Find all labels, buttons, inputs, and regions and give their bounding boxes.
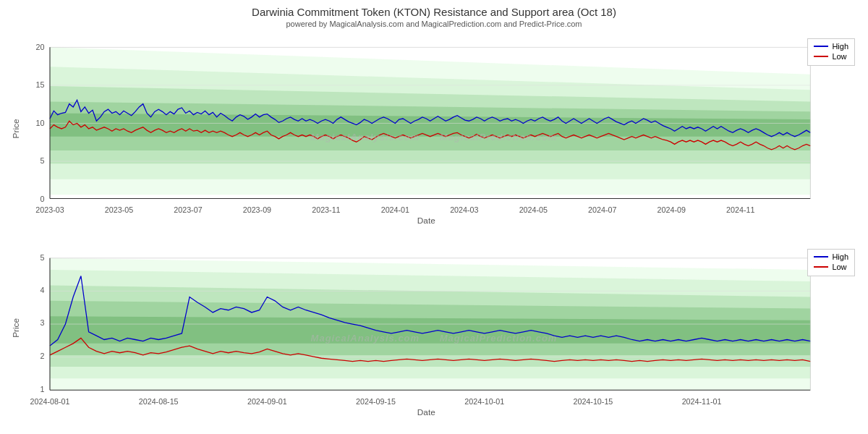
x-label-8: 2024-07 (588, 205, 616, 214)
page-wrapper: Darwinia Commitment Token (KTON) Resista… (0, 0, 868, 434)
legend-line-high-bottom (814, 256, 828, 258)
x-label-6: 2024-03 (450, 205, 478, 214)
x-axis-title-top: Date (417, 216, 435, 226)
x-label-0: 2023-03 (35, 205, 64, 214)
legend-top: High Low (807, 38, 855, 66)
legend-low-top: Low (814, 52, 848, 61)
y-label-b-1: 1 (41, 386, 45, 394)
legend-low-label-bottom: Low (832, 263, 846, 271)
chart-svg-bottom: 1 2 3 4 5 Price 2024-08-01 2024-08-15 20… (7, 244, 861, 431)
y-label-b-2: 2 (41, 352, 45, 361)
x-label-10: 2024-11 (726, 205, 754, 214)
legend-high-label-top: High (832, 42, 848, 51)
y-label-10: 10 (36, 119, 45, 127)
y-label-20: 20 (36, 43, 45, 51)
y-label-b-4: 4 (41, 286, 45, 295)
chart-svg-top: 0 5 10 15 20 Price 2023-03 2023-05 2023-… (7, 34, 861, 239)
x-label-b-4: 2024-10-01 (464, 397, 504, 406)
x-axis-title-bottom: Date (417, 407, 435, 417)
y-axis-title-bottom: Price (11, 318, 21, 338)
x-label-7: 2024-05 (519, 205, 548, 214)
legend-low-label-top: Low (832, 52, 846, 61)
x-label-b-2: 2024-09-01 (247, 397, 287, 406)
legend-line-low-bottom (814, 266, 828, 268)
legend-high-top: High (814, 42, 848, 51)
x-label-9: 2024-09 (658, 205, 686, 214)
x-label-b-1: 2024-08-15 (139, 397, 179, 406)
legend-low-bottom: Low (814, 263, 848, 271)
legend-high-label-bottom: High (832, 252, 848, 261)
x-label-b-0: 2024-08-01 (30, 397, 70, 406)
legend-line-low-top (814, 56, 828, 57)
chart-top: MagicalAnalysis.com MagicalPrediction.co… (0, 31, 868, 242)
y-label-5: 5 (41, 156, 45, 165)
chart-bottom: MagicalAnalysis.com MagicalPrediction.co… (0, 242, 868, 434)
y-label-0: 0 (41, 195, 45, 203)
subtitle: powered by MagicalAnalysis.com and Magic… (286, 20, 582, 28)
y-label-b-3: 3 (41, 319, 45, 328)
legend-bottom: High Low (807, 249, 855, 276)
x-label-1: 2023-05 (105, 205, 133, 214)
y-label-b-5: 5 (41, 253, 45, 262)
x-label-b-6: 2024-11-01 (682, 397, 722, 406)
y-label-15: 15 (36, 80, 45, 89)
x-label-b-3: 2024-09-15 (356, 397, 396, 406)
main-title: Darwinia Commitment Token (KTON) Resista… (252, 6, 616, 18)
y-axis-title-top: Price (11, 119, 21, 138)
x-label-4: 2023-11 (312, 205, 340, 214)
charts-container: MagicalAnalysis.com MagicalPrediction.co… (0, 31, 868, 434)
x-label-b-5: 2024-10-15 (573, 397, 613, 406)
legend-high-bottom: High (814, 252, 848, 261)
x-label-5: 2024-01 (381, 205, 409, 214)
x-label-2: 2023-07 (174, 205, 202, 214)
x-label-3: 2023-09 (243, 205, 271, 214)
legend-line-high-top (814, 46, 828, 47)
